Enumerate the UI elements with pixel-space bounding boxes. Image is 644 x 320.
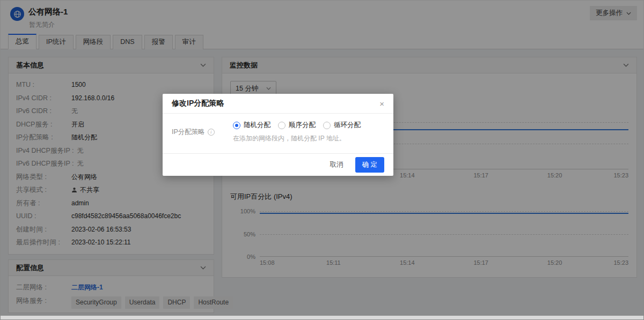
dialog-header: 修改IP分配策略 × bbox=[163, 94, 393, 114]
radio-label: 顺序分配 bbox=[289, 121, 316, 130]
ip-policy-field-content: 随机分配顺序分配循环分配 在添加的网络段内，随机分配 IP 地址。 bbox=[233, 121, 361, 143]
dialog-footer: 取消 确 定 bbox=[163, 153, 393, 176]
radio-selected-icon[interactable] bbox=[233, 122, 240, 129]
radio-option-2[interactable]: 顺序分配 bbox=[278, 121, 316, 130]
dialog-title: 修改IP分配策略 bbox=[172, 99, 224, 108]
radio-option-1[interactable]: 随机分配 bbox=[233, 121, 270, 130]
ip-policy-hint: 在添加的网络段内，随机分配 IP 地址。 bbox=[233, 134, 361, 143]
radio-icon[interactable] bbox=[278, 122, 286, 129]
ip-policy-label-text: IP分配策略 bbox=[172, 128, 205, 137]
ok-button[interactable]: 确 定 bbox=[355, 157, 384, 173]
dialog-body: IP分配策略 i 随机分配顺序分配循环分配 在添加的网络段内，随机分配 IP 地… bbox=[163, 114, 393, 143]
radio-label: 循环分配 bbox=[334, 121, 361, 130]
ip-policy-radio-group: 随机分配顺序分配循环分配 bbox=[233, 121, 361, 130]
app-window: 公有网络-1 暂无简介 更多操作 总览IP统计网络段DNS报警审计 基本信息 M… bbox=[0, 0, 644, 320]
info-icon[interactable]: i bbox=[208, 129, 215, 136]
ip-policy-field-label: IP分配策略 i bbox=[172, 121, 233, 143]
radio-option-3[interactable]: 循环分配 bbox=[323, 121, 361, 130]
radio-label: 随机分配 bbox=[244, 121, 270, 130]
cancel-button[interactable]: 取消 bbox=[330, 160, 343, 169]
page: 公有网络-1 暂无简介 更多操作 总览IP统计网络段DNS报警审计 基本信息 M… bbox=[1, 1, 643, 316]
modify-ip-policy-dialog: 修改IP分配策略 × IP分配策略 i 随机分配顺序分配循环分配 在添加的网络段… bbox=[163, 94, 393, 176]
radio-icon[interactable] bbox=[323, 122, 331, 129]
close-icon[interactable]: × bbox=[379, 100, 384, 108]
window-bottom-strip bbox=[1, 316, 643, 319]
